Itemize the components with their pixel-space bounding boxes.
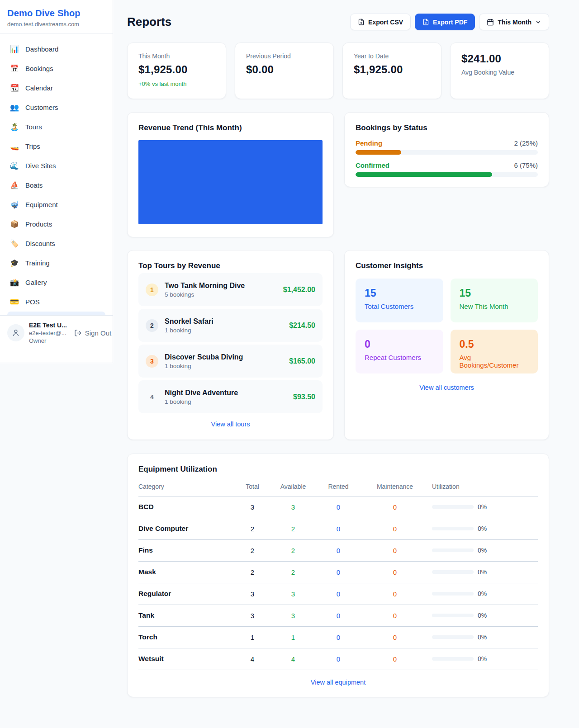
sidebar-item-bookings[interactable]: 📅 Bookings	[4, 59, 109, 78]
sidebar-item-label: Products	[25, 220, 52, 228]
tour-revenue: $93.50	[293, 393, 315, 401]
utilization-percent: 0%	[478, 655, 487, 662]
equipment-available: 4	[278, 655, 308, 663]
sidebar-item-training[interactable]: 🎓 Training	[4, 253, 109, 273]
sidebar-item-gallery[interactable]: 📸 Gallery	[4, 273, 109, 292]
utilization-percent: 0%	[478, 633, 487, 641]
table-row: BCD 3 3 0 0 0%	[138, 496, 538, 518]
equipment-available: 3	[278, 503, 308, 511]
export-csv-button[interactable]: Export CSV	[350, 14, 411, 30]
sidebar-item-trips[interactable]: 🚤 Trips	[4, 137, 109, 156]
table-row: Wetsuit 4 4 0 0 0%	[138, 648, 538, 670]
equipment-maintenance: 0	[375, 503, 415, 511]
tour-revenue: $214.50	[289, 321, 315, 330]
utilization-bar	[432, 614, 474, 617]
sidebar-item-label: Training	[25, 259, 50, 267]
equipment-available: 1	[278, 633, 308, 641]
col-header-available: Available	[278, 483, 308, 490]
table-row: Regulator 3 3 0 0 0%	[138, 583, 538, 605]
user-name: E2E Test U...	[29, 321, 67, 329]
stat-card-year-to-date: Year to Date $1,925.00	[342, 43, 441, 99]
equipment-rented: 0	[326, 612, 351, 619]
sidebar-item-reports-active-clipped[interactable]	[7, 312, 105, 315]
top-tours-title: Top Tours by Revenue	[138, 261, 323, 270]
tile-value: 15	[460, 287, 529, 299]
sidebar-item-tours[interactable]: 🏝️ Tours	[4, 117, 109, 137]
utilization-percent: 0%	[478, 525, 487, 532]
calendar-icon: 📅	[10, 64, 19, 73]
equipment-rented: 0	[326, 503, 351, 511]
equipment-rented: 0	[326, 547, 351, 554]
equipment-category: Mask	[138, 568, 156, 576]
tour-name: Discover Scuba Diving	[165, 353, 283, 361]
package-icon: 📦	[10, 220, 19, 228]
stat-label: Year to Date	[354, 52, 430, 60]
status-label: Pending	[356, 139, 382, 147]
graduation-cap-icon: 🎓	[10, 259, 19, 267]
view-all-tours-link[interactable]: View all tours	[138, 421, 323, 428]
revenue-trend-card: Revenue Trend (This Month)	[127, 112, 334, 237]
status-progress-track	[356, 150, 538, 155]
tour-row: 4 Night Dive Adventure 1 booking $93.50	[138, 380, 323, 413]
main-content: Reports Export CSV Export PDF This Month	[127, 0, 549, 697]
sidebar-item-boats[interactable]: ⛵ Boats	[4, 175, 109, 195]
equipment-category: Wetsuit	[138, 655, 164, 662]
sidebar-item-discounts[interactable]: 🏷️ Discounts	[4, 234, 109, 253]
sidebar-item-calendar[interactable]: 📆 Calendar	[4, 78, 109, 98]
status-progress-fill	[356, 172, 492, 177]
tag-icon: 🏷️	[10, 239, 19, 248]
brand-name: Demo Dive Shop	[7, 8, 105, 19]
sidebar-item-label: Customers	[25, 104, 58, 111]
utilization-percent: 0%	[478, 503, 487, 511]
equipment-available: 2	[278, 525, 308, 533]
equipment-utilization-card: Equipment Utilization Category Total Ava…	[127, 454, 549, 697]
sign-out-button[interactable]: Sign Out	[74, 329, 111, 337]
equipment-category: Dive Computer	[138, 525, 188, 532]
col-header-category: Category	[138, 483, 243, 496]
sidebar-item-label: Gallery	[25, 279, 47, 286]
sidebar-item-dashboard[interactable]: 📊 Dashboard	[4, 39, 109, 59]
equipment-total: 2	[243, 525, 261, 533]
tour-bookings: 5 bookings	[165, 291, 277, 298]
equipment-rented: 0	[326, 633, 351, 641]
sidebar-item-label: Calendar	[25, 84, 53, 92]
export-pdf-button[interactable]: Export PDF	[415, 14, 475, 30]
tile-avg-bookings-customer: 0.5 Avg Bookings/Customer	[451, 330, 538, 373]
rank-badge: 3	[146, 355, 158, 368]
status-count: 6 (75%)	[514, 161, 538, 169]
sidebar-item-customers[interactable]: 👥 Customers	[4, 98, 109, 117]
table-row: Dive Computer 2 2 0 0 0%	[138, 518, 538, 540]
credit-card-icon: 💳	[10, 298, 19, 306]
view-all-equipment-link[interactable]: View all equipment	[138, 679, 538, 686]
utilization-bar	[432, 592, 474, 596]
tile-new-this-month: 15 New This Month	[451, 279, 538, 322]
sidebar-item-dive-sites[interactable]: 🌊 Dive Sites	[4, 156, 109, 175]
utilization-bar	[432, 657, 474, 661]
period-select-button[interactable]: This Month	[479, 14, 549, 30]
rank-badge: 1	[146, 284, 158, 296]
calendar-icon	[487, 19, 494, 26]
status-count: 2 (25%)	[514, 139, 538, 147]
sidebar-item-products[interactable]: 📦 Products	[4, 214, 109, 234]
file-download-icon	[422, 19, 429, 25]
equipment-maintenance: 0	[375, 568, 415, 576]
sidebar-item-equipment[interactable]: 🤿 Equipment	[4, 195, 109, 214]
header-actions: Export CSV Export PDF This Month	[350, 14, 549, 30]
sidebar-item-label: Boats	[25, 181, 43, 189]
tour-name: Snorkel Safari	[165, 317, 283, 326]
tour-bookings: 1 booking	[165, 398, 287, 405]
sidebar-item-label: POS	[25, 298, 40, 306]
sidebar-item-pos[interactable]: 💳 POS	[4, 292, 109, 312]
sidebar-item-label: Dive Sites	[25, 162, 56, 170]
sidebar-item-label: Dashboard	[25, 45, 58, 53]
tour-revenue: $165.00	[289, 357, 315, 365]
equipment-utilization-title: Equipment Utilization	[138, 465, 538, 474]
equipment-maintenance: 0	[375, 633, 415, 641]
equipment-rented: 0	[326, 590, 351, 598]
utilization-bar	[432, 635, 474, 639]
brand-domain: demo.test.divestreams.com	[7, 21, 105, 28]
view-all-customers-link[interactable]: View all customers	[356, 384, 538, 391]
equipment-available: 3	[278, 612, 308, 619]
sailboat-icon: ⛵	[10, 181, 19, 189]
equipment-category: Tank	[138, 611, 154, 619]
